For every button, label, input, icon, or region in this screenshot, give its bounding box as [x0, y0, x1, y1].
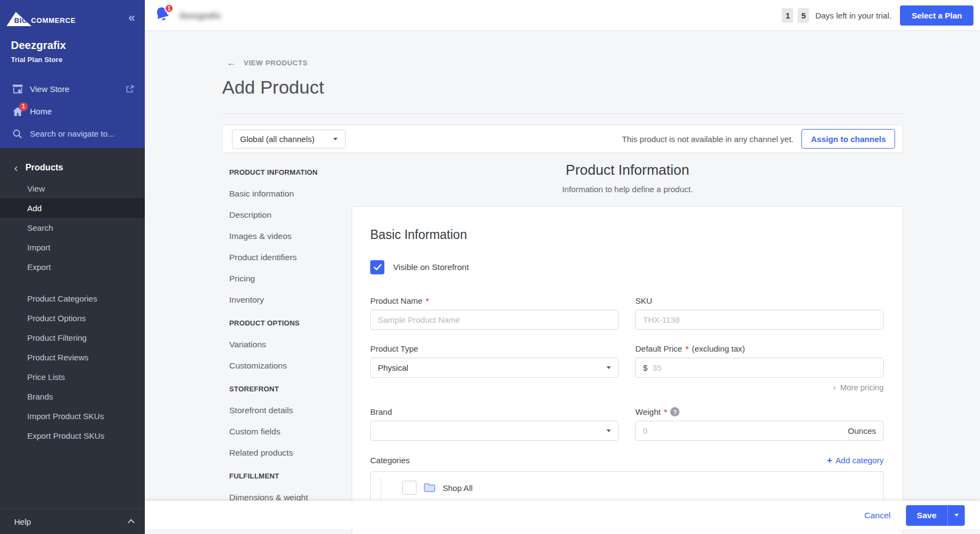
visible-on-storefront-checkbox[interactable] — [370, 260, 384, 274]
product-type-value: Physical — [378, 363, 607, 372]
categories-label: Categories — [370, 456, 410, 465]
sku-input[interactable] — [643, 315, 876, 324]
sidebar-store-name: Deezgrafix — [11, 39, 134, 52]
default-price-note: (excluding tax) — [692, 344, 745, 353]
nav-item-inventory[interactable]: Inventory — [229, 289, 345, 310]
product-name-label: Product Name — [370, 296, 422, 305]
collapse-sidebar-icon[interactable]: « — [128, 13, 135, 23]
form-header-title: Product Information — [352, 162, 903, 179]
sidebar-item-import[interactable]: Import — [0, 237, 145, 257]
folder-icon — [424, 483, 436, 493]
sidebar-item-product-categories[interactable]: Product Categories — [0, 289, 145, 308]
category-checkbox-shop-all[interactable] — [402, 481, 416, 495]
plus-icon: + — [827, 456, 832, 465]
sidebar-item-view[interactable]: View — [0, 179, 145, 198]
category-tree-row[interactable]: Shop All — [371, 477, 883, 498]
save-toolbar: Cancel Save — [145, 501, 980, 530]
product-type-select[interactable]: Physical — [370, 358, 618, 378]
back-arrow-icon: ← — [226, 57, 237, 69]
select-a-plan-button[interactable]: Select a Plan — [900, 5, 973, 26]
logo-text-commerce: COMMERCE — [31, 16, 76, 26]
currency-prefix: $ — [643, 363, 647, 372]
nav-item-product-identifiers[interactable]: Product identifiers — [229, 247, 345, 268]
cancel-button[interactable]: Cancel — [865, 511, 891, 520]
basic-information-card: Basic Information Visible on Storefront … — [352, 206, 903, 534]
breadcrumb-label: VIEW PRODUCTS — [244, 59, 308, 67]
category-label-shop-all: Shop All — [443, 483, 473, 493]
assign-to-channels-button[interactable]: Assign to channels — [801, 129, 895, 149]
sidebar-item-export[interactable]: Export — [0, 257, 145, 277]
weight-input[interactable] — [643, 426, 843, 435]
nav-item-description[interactable]: Description — [229, 204, 345, 225]
chevron-up-icon — [128, 519, 135, 526]
sidebar-search[interactable]: Search or navigate to... — [0, 122, 145, 145]
weight-help-icon[interactable]: ? — [670, 407, 679, 416]
chevron-down-icon — [607, 429, 611, 432]
notifications-bell-icon[interactable]: 1 — [154, 5, 173, 25]
home-label: Home — [30, 107, 52, 116]
brand-select[interactable] — [370, 421, 618, 441]
logo-text-big: BIG — [14, 16, 28, 24]
nav-item-custom-fields[interactable]: Custom fields — [229, 421, 345, 442]
save-split-button: Save — [906, 505, 965, 526]
default-price-input[interactable] — [652, 363, 876, 372]
sidebar-item-add[interactable]: Add — [0, 198, 145, 218]
search-icon — [12, 129, 23, 139]
store-icon — [12, 84, 23, 94]
nav-section-fulfillment: FULFILLMENT — [229, 465, 345, 487]
nav-item-pricing[interactable]: Pricing — [229, 268, 345, 289]
save-dropdown-toggle[interactable] — [947, 505, 965, 526]
sidebar-item-brands[interactable]: Brands — [0, 386, 145, 406]
nav-item-storefront-details[interactable]: Storefront details — [229, 400, 345, 421]
weight-label: Weight — [635, 407, 660, 416]
product-type-label: Product Type — [370, 344, 418, 353]
product-name-input[interactable] — [378, 315, 611, 324]
add-category-label: Add category — [836, 456, 884, 465]
sidebar-help[interactable]: Help — [0, 509, 145, 534]
chevron-right-icon: › — [833, 383, 836, 392]
topbar-store-name: Deezgrafix — [180, 11, 221, 20]
home-icon: 1 — [12, 107, 23, 116]
breadcrumb[interactable]: ← VIEW PRODUCTS — [226, 57, 308, 69]
external-link-icon[interactable] — [124, 85, 135, 93]
nav-item-variations[interactable]: Variations — [229, 334, 345, 355]
channel-bar: Global (all channels) This product is no… — [222, 125, 903, 153]
chevron-left-icon: ‹ — [14, 162, 18, 173]
sidebar-store-plan: Trial Plan Store — [11, 56, 134, 64]
sidebar-item-product-reviews[interactable]: Product Reviews — [0, 347, 145, 367]
sidebar-item-search[interactable]: Search — [0, 218, 145, 237]
form-header: Product Information Information to help … — [352, 162, 903, 194]
chevron-down-icon — [333, 138, 338, 140]
channel-selector-dropdown[interactable]: Global (all channels) — [232, 130, 346, 149]
more-pricing-link[interactable]: › More pricing — [635, 383, 884, 392]
add-category-link[interactable]: + Add category — [827, 456, 884, 465]
brand-label: Brand — [370, 407, 392, 416]
sidebar-item-view-store[interactable]: View Store — [0, 78, 145, 100]
sidebar-item-price-lists[interactable]: Price Lists — [0, 367, 145, 386]
chevron-down-icon — [954, 514, 959, 517]
main-content: ← VIEW PRODUCTS Add Product Global (all … — [145, 31, 980, 534]
sidebar: BIG COMMERCE « Deezgrafix Trial Plan Sto… — [0, 0, 145, 534]
sidebar-item-product-options[interactable]: Product Options — [0, 308, 145, 328]
check-icon — [373, 264, 382, 271]
sidebar-item-export-product-skus[interactable]: Export Product SKUs — [0, 426, 145, 445]
bigcommerce-logo[interactable]: BIG COMMERCE — [7, 10, 76, 26]
help-label: Help — [14, 517, 31, 526]
trial-days-digit-2: 5 — [798, 8, 809, 23]
sidebar-item-home[interactable]: 1 Home — [0, 100, 145, 122]
sidebar-products-back[interactable]: ‹ Products — [0, 158, 145, 177]
nav-item-images-videos[interactable]: Images & videos — [229, 225, 345, 247]
required-marker: * — [685, 344, 689, 353]
nav-item-customizations[interactable]: Customizations — [229, 355, 345, 376]
form-header-subtitle: Information to help define a product. — [352, 185, 903, 194]
sidebar-item-product-filtering[interactable]: Product Filtering — [0, 328, 145, 347]
sidebar-item-import-product-skus[interactable]: Import Product SKUs — [0, 406, 145, 426]
card-title: Basic Information — [370, 228, 884, 242]
bigcommerce-admin: BIG COMMERCE « Deezgrafix Trial Plan Sto… — [0, 0, 980, 534]
visible-on-storefront-label: Visible on Storefront — [393, 262, 469, 272]
nav-item-related-products[interactable]: Related products — [229, 442, 345, 463]
save-button[interactable]: Save — [906, 505, 947, 526]
sidebar-top-section: BIG COMMERCE « Deezgrafix Trial Plan Sto… — [0, 0, 145, 148]
nav-item-basic-information[interactable]: Basic information — [229, 183, 345, 204]
sku-label: SKU — [635, 296, 652, 305]
